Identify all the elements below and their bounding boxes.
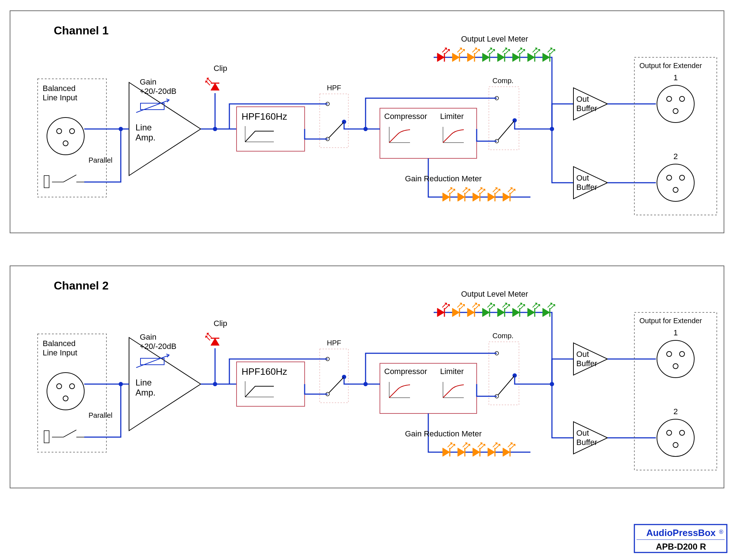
signal-wire (477, 384, 497, 396)
gain-reduction-led (458, 188, 470, 201)
compressor-label: Compressor (384, 112, 427, 121)
output-level-led (482, 48, 495, 62)
limiter-label: Limiter (440, 112, 464, 121)
output-number: 1 (673, 328, 678, 337)
xlr-output-2-icon (657, 164, 694, 201)
output-level-led (467, 303, 480, 317)
brand-badge: AudioPressBox ® APB-D200 R (634, 525, 727, 552)
output-level-led (437, 303, 449, 317)
parallel-switch-icon (44, 430, 84, 443)
compressor-curve-icon (387, 125, 412, 145)
output-level-meter-label: Output Level Meter (461, 289, 528, 298)
signal-wire (552, 129, 573, 183)
signal-wire (552, 359, 573, 384)
parallel-switch-icon (44, 175, 84, 188)
svg-rect-30 (44, 431, 49, 443)
gain-label: Gain+20/-20dB (140, 77, 176, 96)
svg-rect-20 (44, 176, 49, 188)
signal-flow-diagram: Channel 1BalancedLine InputParallelLineA… (0, 0, 734, 560)
output-level-led (528, 48, 540, 62)
gain-reduction-meter-label: Gain Reduction Meter (405, 429, 482, 438)
output-level-led (543, 303, 555, 317)
gain-reduction-meter-label: Gain Reduction Meter (405, 174, 482, 183)
svg-rect-18 (10, 11, 724, 233)
channel-title: Channel 1 (54, 24, 109, 37)
brand-name: AudioPressBox (646, 527, 716, 538)
svg-line-32 (63, 430, 76, 437)
svg-line-25 (329, 122, 344, 138)
gain-reduction-led (488, 443, 500, 456)
clip-label: Clip (214, 64, 227, 73)
gain-reduction-led (458, 443, 470, 456)
output-level-meter-label: Output Level Meter (461, 34, 528, 43)
output-level-led (528, 303, 540, 317)
channel-title: Channel 2 (54, 279, 109, 292)
line-amp-label: LineAmp. (135, 378, 156, 397)
gain-trim-icon (136, 99, 169, 113)
svg-rect-36 (489, 342, 519, 405)
hpf-block-label: HPF160Hz (242, 111, 287, 122)
gain-reduction-led (503, 443, 515, 456)
svg-line-22 (63, 175, 76, 182)
gain-reduction-led (443, 188, 455, 201)
output-level-led (513, 48, 525, 62)
balanced-input-label: BalancedLine Input (43, 84, 77, 102)
svg-rect-26 (489, 87, 519, 150)
compressor-label: Compressor (384, 367, 427, 376)
gain-reduction-led (503, 188, 515, 201)
clip-label: Clip (214, 319, 227, 328)
signal-wire (344, 377, 366, 384)
signal-wire (305, 384, 328, 394)
gain-reduction-led (443, 443, 455, 456)
channel-block: Channel 2BalancedLine InputParallelLineA… (10, 266, 724, 488)
output-number: 2 (673, 152, 678, 161)
signal-wire (552, 384, 573, 438)
signal-wire (515, 120, 552, 129)
output-level-led (497, 48, 510, 62)
xlr-output-2-icon (657, 419, 694, 456)
output-number: 2 (673, 407, 678, 416)
xlr-input-icon (47, 118, 84, 155)
limiter-curve-icon (441, 380, 466, 400)
limiter-curve-icon (441, 125, 466, 145)
hpf-block-label: HPF160Hz (242, 366, 287, 377)
xlr-output-1-icon (657, 340, 694, 378)
output-number: 1 (673, 73, 678, 82)
signal-wire (344, 122, 366, 129)
comp-switch-label: Comp. (492, 77, 514, 85)
parallel-label: Parallel (89, 156, 113, 164)
gain-reduction-led (473, 188, 485, 201)
gain-trim-icon (136, 354, 169, 368)
signal-wire (84, 384, 121, 437)
clip-led-icon (206, 78, 219, 90)
signal-wire (477, 129, 497, 141)
xlr-output-1-icon (657, 85, 694, 123)
signal-wire (552, 104, 573, 129)
output-extender-label: Output for Extender (639, 62, 702, 70)
svg-line-37 (498, 375, 515, 395)
output-level-led (467, 48, 480, 62)
clip-led-icon (206, 333, 219, 345)
output-level-led (452, 48, 464, 62)
model-number: APB-D200 R (656, 542, 706, 551)
signal-wire (515, 375, 552, 384)
hpf-curve-icon (245, 381, 274, 397)
output-level-led (513, 303, 525, 317)
svg-line-35 (329, 377, 344, 393)
gain-reduction-led (488, 188, 500, 201)
output-level-led (452, 303, 464, 317)
hpf-switch-label: HPF (327, 84, 341, 92)
hpf-curve-icon (245, 126, 274, 142)
parallel-label: Parallel (89, 411, 113, 419)
limiter-label: Limiter (440, 367, 464, 376)
hpf-switch-label: HPF (327, 339, 341, 347)
output-extender-label: Output for Extender (639, 317, 702, 325)
output-level-led (482, 303, 495, 317)
output-level-led (543, 48, 555, 62)
channel-block: Channel 1BalancedLine InputParallelLineA… (10, 11, 724, 233)
svg-rect-28 (10, 266, 724, 488)
xlr-input-icon (47, 373, 84, 410)
gain-label: Gain+20/-20dB (140, 332, 176, 351)
comp-switch-label: Comp. (492, 332, 514, 340)
svg-line-27 (498, 120, 515, 140)
